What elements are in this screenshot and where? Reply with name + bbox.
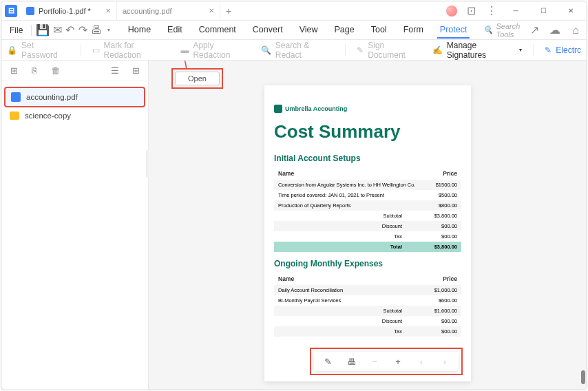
redo-icon[interactable]: ↷ [78, 23, 88, 37]
mark-icon: ▭ [92, 45, 100, 55]
tab-accounting[interactable]: accounting.pdf ✕ [117, 1, 220, 21]
section1-title: Initial Account Setups [274, 154, 461, 163]
pdf-icon [11, 92, 21, 102]
delete-icon[interactable]: 🗑 [50, 65, 61, 76]
search-tools[interactable]: 🔍 Search Tools [483, 22, 525, 39]
home-icon[interactable]: ⌂ [569, 23, 582, 37]
print-icon[interactable]: 🖶 [346, 356, 357, 367]
tab-add-button[interactable]: + [220, 1, 237, 21]
dropdown-arrow-icon[interactable]: ▾ [105, 27, 113, 33]
list-view-icon[interactable]: ☰ [109, 65, 120, 76]
open-button[interactable]: Open [175, 72, 220, 85]
section1-table: NamePrice Conversion from Angular System… [274, 167, 461, 252]
sign-icon: ✎ [357, 45, 364, 55]
menu-protect[interactable]: Protect [437, 22, 470, 39]
menu-form[interactable]: Form [401, 22, 426, 39]
menu-file[interactable]: File [6, 25, 27, 35]
tab-label: Portfolio-1.pdf * [39, 7, 91, 15]
expand-icon[interactable]: ⊡ [464, 4, 478, 18]
protect-toolbar: 🔒Set Password ▭Mark for Redaction ▬Apply… [1, 40, 587, 61]
signature-icon: ✍ [432, 45, 443, 55]
apply-redaction-button[interactable]: ▬Apply Redaction [180, 41, 249, 60]
summary-row: Discount$00.00 [274, 221, 461, 231]
open-button-highlight: Open [171, 68, 223, 89]
sidebar-tools: ⊞ ⎘ 🗑 ☰ ⊞ [1, 61, 148, 81]
close-icon[interactable]: ✕ [105, 7, 111, 14]
user-avatar[interactable] [446, 6, 457, 17]
doc-toolbar-highlight: ✎ 🖶 − + ‹ › [310, 348, 463, 375]
menu-view[interactable]: View [297, 22, 321, 39]
menu-convert[interactable]: Convert [250, 22, 286, 39]
brand: Umbrella Accounting [274, 105, 461, 113]
set-password-button[interactable]: 🔒Set Password [7, 41, 70, 60]
share-icon[interactable]: ↗ [527, 23, 541, 37]
prev-icon[interactable]: ‹ [416, 356, 427, 367]
file-item-accounting[interactable]: accounting.pdf [4, 87, 145, 107]
edit-icon[interactable]: ✎ [322, 356, 333, 367]
tab-portfolio[interactable]: Portfolio-1.pdf * ✕ [21, 1, 117, 21]
sidebar-list: accounting.pdf science-copy [1, 81, 148, 129]
electric-button[interactable]: ✎Electrc [545, 45, 581, 55]
section2-title: Ongoing Monthly Expenses [274, 259, 461, 268]
menu-tool[interactable]: Tool [368, 22, 390, 39]
kebab-icon[interactable]: ⋮ [485, 4, 498, 18]
mail-icon[interactable]: ✉ [52, 23, 63, 37]
apply-icon: ▬ [180, 45, 189, 55]
table-row: Production of Quarterly Reports$800.00 [274, 200, 461, 211]
search-redact-button[interactable]: 🔍Search & Redact [261, 41, 334, 60]
folder-icon [10, 112, 19, 120]
sign-document-button[interactable]: ✎Sign Document [357, 41, 421, 60]
table-row: Conversion from Angular Systems Inc. to … [274, 180, 461, 190]
extract-icon[interactable]: ⎘ [29, 65, 40, 76]
search-redact-icon: 🔍 [261, 45, 271, 55]
titlebar: ⊟ Portfolio-1.pdf * ✕ accounting.pdf ✕ +… [1, 1, 587, 21]
save-icon[interactable]: 💾 [36, 23, 50, 37]
menu-home[interactable]: Home [125, 22, 154, 39]
content-area: Open Umbrella Accounting Cost Summary In… [149, 61, 587, 390]
scrollbar-thumb[interactable] [581, 370, 585, 384]
menu-comment[interactable]: Comment [196, 22, 239, 39]
search-icon: 🔍 [483, 25, 493, 34]
summary-row: Subtotal$3,800.00 [274, 211, 461, 221]
table-row: Daily Account Reconciliation$1,000.00 [274, 285, 461, 295]
lock-icon: 🔒 [7, 45, 17, 55]
electric-icon: ✎ [545, 45, 552, 55]
minimize-button[interactable]: ─ [505, 1, 526, 21]
total-row: Total$3,800.00 [274, 242, 461, 252]
print-icon[interactable]: 🖶 [91, 23, 102, 37]
menu-edit[interactable]: Edit [165, 22, 185, 39]
mark-redaction-button[interactable]: ▭Mark for Redaction [92, 41, 170, 60]
cloud-icon[interactable]: ☁ [548, 23, 562, 37]
table-row: Time period covered: JAN 01, 2021 to Pre… [274, 190, 461, 200]
tabs: Portfolio-1.pdf * ✕ accounting.pdf ✕ + [21, 1, 237, 21]
manage-signatures-button[interactable]: ✍Manage Signatures▾ [432, 41, 523, 60]
doc-toolbar: ✎ 🖶 − + ‹ › [314, 352, 459, 371]
doc-title: Cost Summary [274, 121, 461, 142]
close-button[interactable]: ✕ [560, 1, 581, 21]
menubar: File 💾 ✉ ↶ ↷ 🖶 ▾ Home Edit Comment Conve… [1, 21, 587, 40]
sidebar: ⊞ ⎘ 🗑 ☰ ⊞ accounting.pdf science-copy [1, 61, 149, 390]
summary-row: Subtotal$1,600.00 [274, 306, 461, 316]
next-icon[interactable]: › [439, 356, 450, 367]
zoom-in-icon[interactable]: + [392, 356, 403, 367]
file-item-science[interactable]: science-copy [4, 107, 145, 124]
table-row: Bi-Monthly Payroll Services$600.00 [274, 295, 461, 306]
maximize-button[interactable]: ☐ [533, 1, 554, 21]
section2-table: NamePrice Daily Account Reconciliation$1… [274, 273, 461, 337]
app-icon: ⊟ [1, 1, 21, 21]
zoom-out-icon[interactable]: − [369, 356, 380, 367]
add-icon[interactable]: ⊞ [8, 65, 19, 76]
doc-icon [26, 7, 34, 15]
summary-row: Tax$00.00 [274, 231, 461, 242]
file-label: accounting.pdf [26, 93, 78, 101]
grid-view-icon[interactable]: ⊞ [130, 65, 141, 76]
close-icon[interactable]: ✕ [209, 7, 214, 14]
summary-row: Tax$00.00 [274, 326, 461, 337]
tab-label: accounting.pdf [123, 7, 172, 15]
summary-row: Discount$00.00 [274, 316, 461, 326]
undo-icon[interactable]: ↶ [65, 23, 76, 37]
file-label: science-copy [25, 112, 71, 120]
document-preview[interactable]: Umbrella Accounting Cost Summary Initial… [264, 85, 471, 381]
menu-page[interactable]: Page [332, 22, 357, 39]
brand-icon [274, 105, 282, 113]
